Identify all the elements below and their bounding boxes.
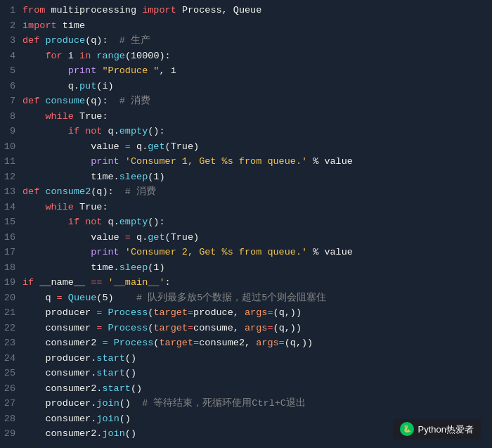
code-line: 15 if not q.empty(): xyxy=(0,215,486,230)
code-line: 11 print 'Consumer 1, Get %s from queue.… xyxy=(0,154,486,169)
code-line: 14 while True: xyxy=(0,200,486,215)
code-text: producer.start() xyxy=(22,351,486,366)
code-line: 13def consume2(q): # 消费 xyxy=(0,184,486,200)
code-line: 6 q.put(i) xyxy=(0,79,486,94)
line-number: 26 xyxy=(0,381,22,397)
line-number: 15 xyxy=(0,215,22,230)
line-number: 2 xyxy=(0,18,22,34)
line-number: 25 xyxy=(0,366,22,381)
code-text: q = Queue(5) # 队列最多放5个数据，超过5个则会阻塞住 xyxy=(22,290,486,306)
line-number: 8 xyxy=(0,109,22,124)
code-text: time.sleep(1) xyxy=(22,260,486,276)
code-text: producer.join() # 等待结束，死循环使用Ctrl+C退出 xyxy=(22,396,486,411)
line-number: 12 xyxy=(0,169,22,185)
code-text: if not q.empty(): xyxy=(22,215,486,230)
code-text: def consume(q): # 消费 xyxy=(22,94,486,109)
line-number: 13 xyxy=(0,184,22,200)
code-line: 16 value = q.get(True) xyxy=(0,230,486,245)
line-number: 24 xyxy=(0,351,22,366)
code-line: 24 producer.start() xyxy=(0,351,486,366)
watermark-icon: 🐍 xyxy=(400,422,414,436)
code-text: print 'Consumer 1, Get %s from queue.' %… xyxy=(22,154,486,169)
code-line: 25 consumer.start() xyxy=(0,366,486,381)
line-number: 20 xyxy=(0,290,22,306)
code-text: print 'Consumer 2, Get %s from queue.' %… xyxy=(22,245,486,260)
line-number: 10 xyxy=(0,139,22,155)
watermark: 🐍 Python热爱者 xyxy=(393,419,481,440)
line-number: 21 xyxy=(0,305,22,321)
code-editor: 1from multiprocessing import Process, Qu… xyxy=(0,0,492,448)
code-line: 18 time.sleep(1) xyxy=(0,260,486,276)
code-line: 4 for i in range(10000): xyxy=(0,49,486,64)
code-line: 19if __name__ == '__main__': xyxy=(0,275,486,290)
line-number: 1 xyxy=(0,3,22,18)
code-block: 1from multiprocessing import Process, Qu… xyxy=(0,0,492,444)
code-line: 12 time.sleep(1) xyxy=(0,169,486,185)
code-line: 1from multiprocessing import Process, Qu… xyxy=(0,3,486,18)
code-line: 7def consume(q): # 消费 xyxy=(0,94,486,109)
code-line: 3def produce(q): # 生产 xyxy=(0,33,486,49)
code-text: if __name__ == '__main__': xyxy=(22,275,486,290)
line-number: 19 xyxy=(0,275,22,290)
line-number: 14 xyxy=(0,200,22,215)
code-text: value = q.get(True) xyxy=(22,139,486,155)
code-line: 10 value = q.get(True) xyxy=(0,139,486,155)
line-number: 22 xyxy=(0,321,22,336)
watermark-text: Python热爱者 xyxy=(418,422,474,437)
code-text: for i in range(10000): xyxy=(22,49,486,64)
line-number: 11 xyxy=(0,154,22,169)
code-content: 1from multiprocessing import Process, Qu… xyxy=(0,3,492,442)
line-number: 16 xyxy=(0,230,22,245)
code-text: from multiprocessing import Process, Que… xyxy=(22,3,486,18)
line-number: 17 xyxy=(0,245,22,260)
line-number: 23 xyxy=(0,335,22,351)
code-line: 20 q = Queue(5) # 队列最多放5个数据，超过5个则会阻塞住 xyxy=(0,290,486,306)
code-line: 8 while True: xyxy=(0,109,486,124)
line-number: 3 xyxy=(0,33,22,49)
code-line: 17 print 'Consumer 2, Get %s from queue.… xyxy=(0,245,486,260)
line-number: 7 xyxy=(0,94,22,109)
code-text: def consume2(q): # 消费 xyxy=(22,184,486,200)
code-line: 9 if not q.empty(): xyxy=(0,124,486,139)
code-text: import time xyxy=(22,18,486,34)
code-text: while True: xyxy=(22,109,486,124)
line-number: 4 xyxy=(0,49,22,64)
code-line: 2import time xyxy=(0,18,486,34)
code-text: time.sleep(1) xyxy=(22,169,486,185)
code-text: while True: xyxy=(22,200,486,215)
code-text: if not q.empty(): xyxy=(22,124,486,139)
code-line: 5 print "Produce ", i xyxy=(0,63,486,79)
code-text: q.put(i) xyxy=(22,79,486,94)
code-text: producer = Process(target=produce, args=… xyxy=(22,305,486,321)
line-number: 28 xyxy=(0,411,22,427)
code-text: consumer.start() xyxy=(22,366,486,381)
code-text: consumer = Process(target=consume, args=… xyxy=(22,321,486,336)
code-text: consumer2 = Process(target=consume2, arg… xyxy=(22,335,486,351)
line-number: 18 xyxy=(0,260,22,276)
code-line: 22 consumer = Process(target=consume, ar… xyxy=(0,321,486,336)
code-text: consumer2.start() xyxy=(22,381,486,397)
line-number: 27 xyxy=(0,396,22,411)
code-text: def produce(q): # 生产 xyxy=(22,33,486,49)
code-text: print "Produce ", i xyxy=(22,63,486,79)
line-number: 6 xyxy=(0,79,22,94)
code-line: 26 consumer2.start() xyxy=(0,381,486,397)
line-number: 5 xyxy=(0,63,22,79)
code-line: 23 consumer2 = Process(target=consume2, … xyxy=(0,335,486,351)
code-line: 27 producer.join() # 等待结束，死循环使用Ctrl+C退出 xyxy=(0,396,486,411)
code-text: value = q.get(True) xyxy=(22,230,486,245)
line-number: 9 xyxy=(0,124,22,139)
line-number: 29 xyxy=(0,426,22,442)
code-line: 21 producer = Process(target=produce, ar… xyxy=(0,305,486,321)
